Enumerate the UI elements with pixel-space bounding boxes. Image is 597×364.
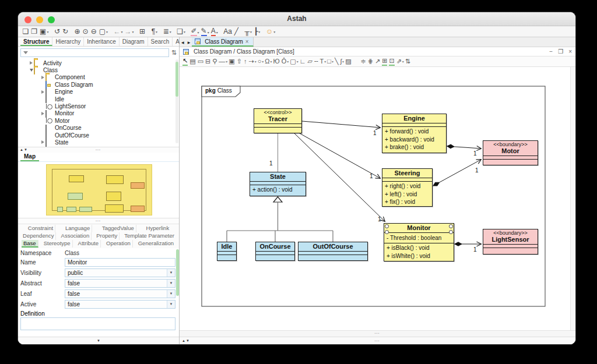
zoom-out-button[interactable]: ⊖ [91, 27, 97, 36]
multiplicity-label[interactable]: 1 [373, 130, 377, 136]
realization-tool[interactable]: ↑ [244, 58, 248, 65]
multiplicity-label[interactable]: 1 [378, 216, 381, 222]
open-file-button[interactable]: ❐ [31, 27, 38, 36]
dropdown-caret-icon[interactable]: ▾ [273, 29, 275, 36]
save-file-button[interactable]: ▣▾ [40, 27, 48, 36]
expander-closed-icon[interactable] [41, 90, 44, 94]
minimap-panel[interactable] [18, 162, 179, 218]
structure-tree-button[interactable]: ╥▾ [245, 27, 252, 36]
dropdown-caret-icon[interactable]: ▾ [332, 59, 333, 65]
leaf-select[interactable]: false ▼ [65, 289, 175, 298]
dropdown-caret-icon[interactable]: ▾ [216, 29, 218, 36]
fill-color-button[interactable]: ✐▾ [191, 27, 199, 36]
selection-handle[interactable] [385, 224, 389, 228]
emoji-button[interactable]: ☺▾ [266, 27, 275, 36]
expander-closed-icon[interactable] [41, 140, 44, 144]
panel-divider[interactable]: ⋯ [18, 218, 179, 224]
tab-association[interactable]: Association [59, 232, 92, 240]
splitter-handle-icon[interactable]: ⋯ [180, 331, 575, 335]
collapse-down-icon[interactable]: ▼ [97, 339, 100, 342]
tree-item-motor[interactable]: Motor [18, 117, 179, 124]
association-tool[interactable]: —▾ [219, 58, 227, 65]
class-monitor[interactable]: Monitor - Threshold : boolean + isBlack(… [384, 223, 454, 261]
operation[interactable]: + brake() : void [382, 143, 446, 151]
multiplicity-label[interactable]: 1 [475, 167, 479, 174]
rect-tool[interactable]: □▾ [327, 58, 333, 65]
draw-line-button[interactable]: ╱ [234, 27, 239, 36]
tab-map[interactable]: Map [20, 153, 39, 161]
tree-item-idle[interactable]: Idle [18, 96, 179, 103]
tab-base[interactable]: Base [22, 240, 38, 248]
dropdown-caret-icon[interactable]: ▾ [324, 59, 326, 65]
tab-dependency[interactable]: Dependency [21, 232, 56, 240]
control-tool[interactable]: Ô▾ [282, 58, 289, 65]
note-tool[interactable]: ▱ [308, 58, 313, 65]
multiplicity-label[interactable]: 1 [269, 160, 273, 167]
dropdown-caret-icon[interactable]: ▾ [184, 29, 185, 36]
dropdown-caret-icon[interactable]: ▾ [271, 59, 272, 65]
font-color-button[interactable]: A▾ [211, 27, 218, 36]
package-tool[interactable]: ▭ [198, 58, 204, 65]
name-field[interactable] [65, 258, 175, 267]
hierarchy-button[interactable]: ┠▾ [254, 27, 260, 36]
tab-attribute[interactable]: Attribute [76, 240, 101, 248]
vertical-scrollbar[interactable] [570, 67, 575, 330]
minimap-thumbnail[interactable] [46, 164, 152, 215]
fit-view-button[interactable]: ▢▾ [99, 27, 108, 36]
selection-handle[interactable] [385, 230, 389, 234]
chevron-down-icon[interactable]: ▼ [167, 301, 175, 308]
definition-field[interactable] [20, 317, 175, 330]
model-tool[interactable]: ⊟ [205, 58, 211, 65]
edit-frame-tool[interactable]: ⊡ [389, 57, 395, 66]
connector-tool[interactable]: ⇗▾ [396, 58, 404, 65]
class-tool[interactable]: ▤ [189, 58, 196, 65]
tab-property[interactable]: Property [94, 232, 120, 240]
generalization-tool[interactable]: ⇧ [237, 58, 243, 65]
selection-handle[interactable] [449, 224, 453, 228]
tab-generalization[interactable]: Generalization [136, 240, 175, 248]
dropdown-caret-icon[interactable]: ▾ [106, 29, 108, 36]
pin-tool[interactable]: ⚲ [212, 58, 217, 65]
operation[interactable]: + forward() : void [382, 128, 446, 136]
class-oncourse[interactable]: OnCourse [255, 242, 295, 261]
operation[interactable]: + isWhite() : void [384, 252, 454, 260]
tab-scroll-left-icon[interactable]: ◀ [180, 40, 186, 47]
text-tool[interactable]: T▾ [320, 58, 326, 65]
operation[interactable]: + right() : void [382, 182, 432, 190]
tree-item-engine[interactable]: Engine [18, 89, 179, 96]
font-settings-button[interactable]: Aa [223, 27, 233, 36]
class-state[interactable]: State + action() : void [250, 172, 306, 196]
restore-view-button[interactable]: ❐ [558, 48, 563, 55]
tab-stereotype[interactable]: Stereotype [42, 240, 73, 248]
expander-closed-icon[interactable] [30, 61, 33, 65]
attribute[interactable]: - Threshold : boolean [384, 234, 454, 242]
zoom-window-button[interactable] [48, 16, 55, 23]
tree-item-lightsensor[interactable]: LightSensor [18, 103, 179, 109]
form-scrollbar-thumb[interactable] [176, 249, 179, 296]
tab-language[interactable]: Language [64, 225, 92, 232]
tab-scroll-right-icon[interactable]: ▶ [186, 40, 192, 47]
operation[interactable]: + action() : void [250, 186, 305, 194]
dropdown-caret-icon[interactable]: ▾ [250, 29, 252, 36]
dashed-line-tool[interactable]: ╌ [314, 58, 319, 65]
select-tool[interactable]: ↖ [182, 57, 188, 66]
tree-item-component[interactable]: Component [18, 74, 179, 81]
text-direction-button[interactable]: ¶▾ [152, 27, 157, 36]
entity-tool[interactable]: Ω▾ [265, 58, 272, 65]
expander-closed-icon[interactable] [41, 76, 44, 79]
tree-item-outofcourse[interactable]: OutOfCourse [18, 132, 179, 139]
tree-item-activity[interactable]: Activity [18, 59, 179, 66]
class-steering[interactable]: Steering + right() : void + left() : voi… [382, 168, 433, 207]
image-tool[interactable]: ▨ [345, 58, 352, 65]
dropdown-caret-icon[interactable]: ▾ [47, 29, 48, 36]
class-motor[interactable]: <<boundary>> Motor [483, 140, 538, 165]
zoom-tool-button[interactable]: ⊙ [83, 27, 89, 36]
class-lightsensor[interactable]: <<boundary>> LightSensor [483, 229, 538, 255]
expander-open-icon[interactable] [30, 69, 33, 72]
chevron-down-icon[interactable]: ▼ [167, 280, 175, 287]
class-engine[interactable]: Engine + forward() : void + backward() :… [382, 114, 447, 153]
boundary-tool[interactable]: Ю [273, 58, 280, 65]
distribute-horizontal-tool[interactable]: ⋕ [368, 58, 374, 65]
sort-icon[interactable]: ⇅ [171, 49, 177, 56]
undo-button[interactable]: ↺ [54, 27, 61, 36]
